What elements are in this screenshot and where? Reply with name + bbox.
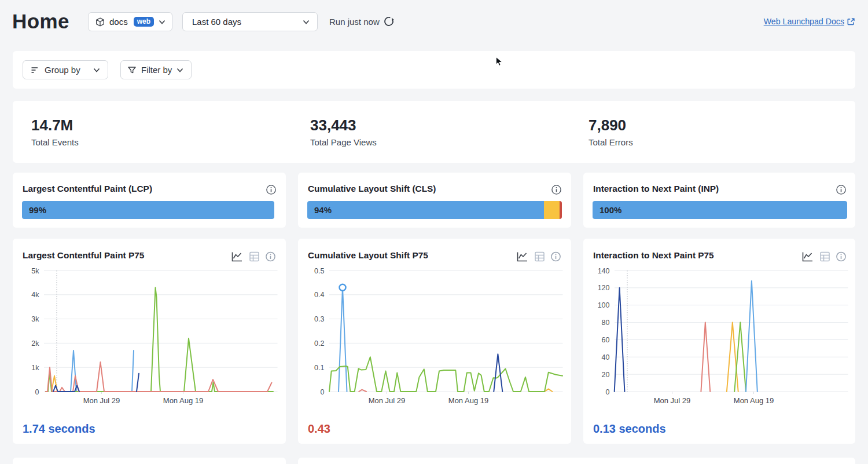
svg-text:Mon Jul 29: Mon Jul 29 bbox=[654, 396, 691, 405]
svg-text:60: 60 bbox=[602, 336, 610, 344]
svg-text:3k: 3k bbox=[31, 315, 39, 323]
svg-text:0.5: 0.5 bbox=[314, 267, 324, 275]
svg-text:0.2: 0.2 bbox=[314, 339, 324, 348]
svg-text:0.4: 0.4 bbox=[314, 291, 324, 299]
svg-text:80: 80 bbox=[602, 319, 610, 327]
svg-text:Mon Jul 29: Mon Jul 29 bbox=[83, 396, 120, 405]
svg-text:40: 40 bbox=[602, 353, 610, 361]
svg-text:Mon Aug 19: Mon Aug 19 bbox=[734, 396, 774, 405]
svg-text:Mon Jul 29: Mon Jul 29 bbox=[369, 396, 406, 405]
svg-text:5k: 5k bbox=[31, 267, 39, 275]
svg-text:0: 0 bbox=[606, 388, 610, 396]
svg-text:140: 140 bbox=[598, 267, 610, 275]
svg-text:120: 120 bbox=[598, 284, 610, 292]
svg-text:100: 100 bbox=[598, 301, 610, 309]
svg-text:4k: 4k bbox=[31, 291, 39, 299]
svg-text:1k: 1k bbox=[31, 364, 39, 372]
svg-text:Mon Aug 19: Mon Aug 19 bbox=[448, 396, 488, 405]
svg-text:0.3: 0.3 bbox=[314, 315, 324, 323]
svg-text:0: 0 bbox=[321, 388, 325, 396]
svg-text:0: 0 bbox=[35, 388, 39, 396]
svg-text:2k: 2k bbox=[31, 339, 39, 348]
svg-text:0.1: 0.1 bbox=[314, 364, 324, 372]
svg-text:20: 20 bbox=[602, 371, 610, 379]
svg-text:Mon Aug 19: Mon Aug 19 bbox=[163, 396, 203, 405]
